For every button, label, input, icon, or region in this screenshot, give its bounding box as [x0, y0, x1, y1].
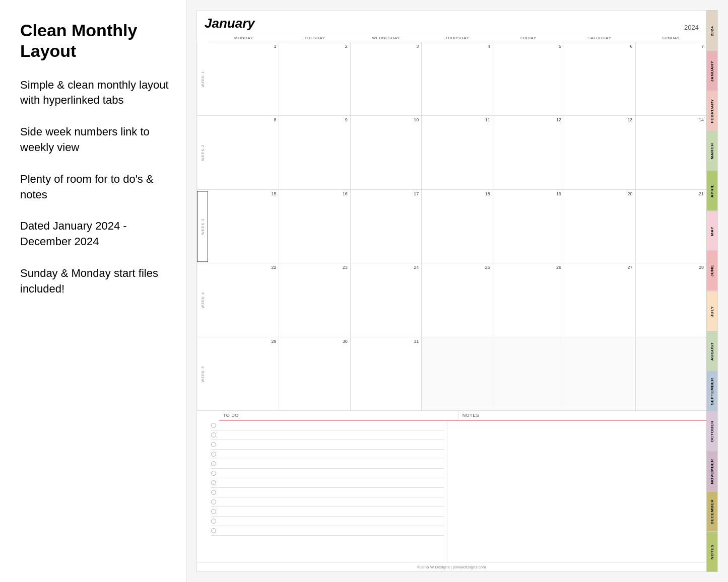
main-title: Clean Monthly Layout: [20, 20, 171, 61]
day-cell-2-5: 12: [493, 116, 564, 189]
day-cell-4-7: 28: [636, 263, 706, 336]
footer-text: ©Jena W Designs | jenawdesigns.com: [197, 562, 706, 571]
month-tab-2024[interactable]: 2024: [707, 11, 717, 51]
day-cell-5-2: 30: [279, 337, 350, 410]
month-tab-may[interactable]: MAY: [707, 211, 717, 251]
todo-item: [211, 423, 444, 430]
day-cell-4-3: 24: [351, 263, 422, 336]
day-cell-1-7: 7: [636, 42, 706, 115]
bottom-headers: TO DO NOTES: [208, 411, 706, 421]
calendar-grid: MONDAY TUESDAY WEDNESDAY THURSDAY FRIDAY…: [197, 34, 706, 410]
day-cell-2-2: 9: [279, 116, 350, 189]
todo-checkbox[interactable]: [211, 432, 216, 438]
day-header-wed: WEDNESDAY: [351, 34, 422, 42]
month-tab-august[interactable]: AUGUST: [707, 331, 717, 372]
week-label-3[interactable]: WEEK 3: [197, 191, 208, 262]
day-cell-1-3: 3: [351, 42, 422, 115]
day-header-sun: SUNDAY: [635, 34, 706, 42]
left-panel: Clean Monthly Layout Simple & clean mont…: [0, 0, 186, 582]
day-cell-4-4: 25: [422, 263, 493, 336]
todo-checkbox[interactable]: [211, 490, 216, 495]
day-cell-5-3: 31: [351, 337, 422, 410]
week-label-1[interactable]: WEEK 1: [197, 42, 208, 115]
day-cell-1-4: 4: [422, 42, 493, 115]
day-header-fri: FRIDAY: [493, 34, 564, 42]
day-cell-4-6: 27: [564, 263, 635, 336]
todo-item: [211, 442, 444, 450]
todo-checkbox[interactable]: [211, 509, 216, 514]
todo-checkbox[interactable]: [211, 471, 216, 476]
day-cell-5-4: [422, 337, 493, 410]
todo-item: [211, 499, 444, 507]
todo-checkbox[interactable]: [211, 461, 216, 466]
month-tab-december[interactable]: DECEMBER: [707, 491, 717, 532]
calendar-container: January 2024 MONDAY TUESDAY WEDNESDAY TH…: [196, 10, 718, 572]
day-cell-3-1: 15: [208, 190, 279, 263]
week-row-2: WEEK 2891011121314: [197, 116, 706, 189]
day-cell-1-1: 1: [208, 42, 279, 115]
day-cell-1-6: 6: [564, 42, 635, 115]
right-panel: January 2024 MONDAY TUESDAY WEDNESDAY TH…: [186, 0, 728, 582]
day-cell-3-7: 21: [636, 190, 706, 263]
day-headers: MONDAY TUESDAY WEDNESDAY THURSDAY FRIDAY…: [208, 34, 706, 42]
todo-checkbox[interactable]: [211, 442, 216, 447]
day-header-mon: MONDAY: [208, 34, 279, 42]
todo-list: [208, 421, 447, 562]
day-cell-4-1: 22: [208, 263, 279, 336]
todo-item: [211, 480, 444, 488]
day-cell-4-5: 26: [493, 263, 564, 336]
todo-checkbox[interactable]: [211, 423, 216, 428]
month-tab-june[interactable]: JUNE: [707, 251, 717, 291]
todo-checkbox[interactable]: [211, 519, 216, 524]
month-tab-november[interactable]: NOVEMBER: [707, 451, 717, 491]
todo-item: [211, 432, 444, 440]
day-cell-3-4: 18: [422, 190, 493, 263]
notes-header: NOTES: [458, 411, 706, 421]
week-row-5: WEEK 5293031: [197, 337, 706, 410]
week-label-2[interactable]: WEEK 2: [197, 116, 208, 189]
day-cell-2-7: 14: [636, 116, 706, 189]
todo-item: [211, 461, 444, 469]
month-tab-march[interactable]: MARCH: [707, 131, 717, 171]
week-label-5[interactable]: WEEK 5: [197, 337, 208, 410]
week-row-1: WEEK 11234567: [197, 42, 706, 116]
todo-checkbox[interactable]: [211, 499, 216, 504]
todo-checkbox[interactable]: [211, 480, 216, 485]
feature-3: Plenty of room for to do's & notes: [20, 172, 171, 203]
todo-item: [211, 509, 444, 517]
month-tab-july[interactable]: JULY: [707, 291, 717, 331]
month-tab-april[interactable]: APRIL: [707, 171, 717, 211]
month-tab-october[interactable]: OCTOBER: [707, 411, 717, 452]
month-tab-notes[interactable]: NOTES: [707, 532, 717, 572]
day-cell-2-1: 8: [208, 116, 279, 189]
day-cell-3-5: 19: [493, 190, 564, 263]
todo-checkbox[interactable]: [211, 528, 216, 533]
bottom-section: TO DO NOTES ©Jena W Designs | jenawdesig…: [197, 410, 706, 571]
day-header-tue: TUESDAY: [279, 34, 350, 42]
month-tab-september[interactable]: SEPTEMBER: [707, 371, 717, 411]
calendar-year: 2024: [684, 24, 699, 31]
month-tab-february[interactable]: FEBRUARY: [707, 91, 717, 131]
calendar-main: January 2024 MONDAY TUESDAY WEDNESDAY TH…: [197, 11, 706, 571]
day-cell-5-7: [636, 337, 706, 410]
feature-2: Side week numbers link to weekly view: [20, 124, 171, 156]
todo-item: [211, 519, 444, 526]
feature-4: Dated January 2024 - December 2024: [20, 219, 171, 250]
day-cell-5-5: [493, 337, 564, 410]
todo-item: [211, 452, 444, 459]
day-cell-4-2: 23: [279, 263, 350, 336]
day-cell-2-4: 11: [422, 116, 493, 189]
bottom-content: [208, 421, 706, 562]
todo-checkbox[interactable]: [211, 452, 216, 457]
day-header-sat: SATURDAY: [564, 34, 635, 42]
day-cell-2-3: 10: [351, 116, 422, 189]
day-cell-1-2: 2: [279, 42, 350, 115]
week-row-3: WEEK 315161718192021: [197, 190, 706, 263]
week-rows: WEEK 11234567WEEK 2891011121314WEEK 3151…: [197, 42, 706, 410]
todo-item: [211, 528, 444, 536]
todo-header: TO DO: [219, 411, 458, 421]
feature-1: Simple & clean monthly layout with hyper…: [20, 78, 171, 109]
month-tab-january[interactable]: JANUARY: [707, 51, 717, 91]
day-cell-2-6: 13: [564, 116, 635, 189]
week-label-4[interactable]: WEEK 4: [197, 263, 208, 336]
